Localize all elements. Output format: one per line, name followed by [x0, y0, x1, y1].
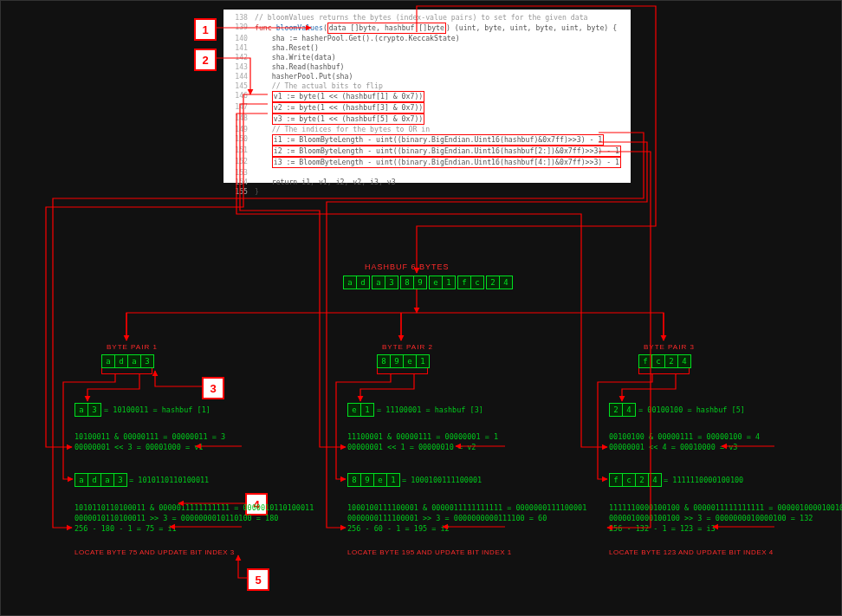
- callout-3: 3: [202, 377, 224, 399]
- i2-box: i2 := BloomByteLength - uint((binary.Big…: [272, 146, 621, 157]
- col1-vcalc: 10100011 & 00000111 = 00000011 = 3 00000…: [74, 431, 225, 452]
- col3-full: fc24: [609, 473, 662, 487]
- hex-cell: 2: [486, 276, 500, 289]
- col3-full-eq: = 1111110000100100: [659, 475, 743, 485]
- i3-box: i3 := BloomByteLength - uint((binary.Big…: [272, 157, 621, 168]
- col2-full-eq: = 1000100111100001: [398, 475, 482, 485]
- hex-cell: c: [622, 473, 636, 487]
- v2-box: v2 := byte(1 << (hashbuf[3] & 0x7)): [272, 102, 425, 113]
- col1-brace: [101, 368, 152, 374]
- col1-full: ada3: [74, 473, 127, 487]
- hex-cell: 2: [664, 354, 678, 368]
- hex-cell: 4: [677, 354, 691, 368]
- col2-single-eq: = 11100001 = hashbuf [3]: [372, 405, 483, 415]
- col3-vcalc: 00100100 & 00000111 = 00000100 = 4 00000…: [609, 431, 760, 452]
- hex-cell: 9: [413, 276, 427, 289]
- hex-cell: 2: [609, 403, 623, 417]
- hex-cell: c: [651, 354, 665, 368]
- hex-cell: 1: [442, 276, 456, 289]
- hex-cell: d: [356, 276, 370, 289]
- code-comment: // bloomValues returns the bytes (index-…: [255, 13, 631, 23]
- callout-1: 1: [194, 18, 217, 41]
- hex-cell: e: [373, 473, 387, 487]
- hex-cell: a: [101, 354, 115, 368]
- hex-cell: c: [470, 276, 484, 289]
- hex-cell: f: [457, 276, 471, 289]
- col2-pair: 89e1: [377, 354, 430, 368]
- col1-single: a3: [74, 403, 101, 417]
- lineno: 138: [223, 13, 255, 23]
- i1-box: i1 := BloomByteLength - uint((binary.Big…: [272, 134, 605, 146]
- hex-cell: 8: [347, 473, 361, 487]
- hex-cell: d: [114, 354, 128, 368]
- param-highlight: data []byte, hashbuf []byte: [327, 23, 446, 34]
- hex-cell: 3: [385, 276, 398, 289]
- hex-cell: 8: [377, 354, 391, 368]
- col2-vcalc: 11100001 & 00000111 = 00000001 = 1 00000…: [347, 431, 498, 452]
- code-panel: 138// bloomValues returns the bytes (ind…: [223, 10, 631, 183]
- col3-head: BYTE PAIR 3: [644, 343, 695, 351]
- v1-box: v1 := byte(1 << (hashbuf[1] & 0x7)): [272, 91, 425, 102]
- col2-icalc: 1000100111100001 & 0000011111111111 = 00…: [347, 503, 586, 534]
- hex-cell: 9: [390, 354, 404, 368]
- hex-cell: 1: [416, 354, 430, 368]
- hex-cell: f: [609, 473, 623, 487]
- hex-cell: e: [347, 403, 361, 417]
- hex-cell: f: [638, 354, 652, 368]
- col3-icalc: 1111110000100100 & 0000011111111111 = 00…: [609, 503, 842, 534]
- hex-cell: 8: [400, 276, 414, 289]
- hex-cell: 2: [635, 473, 649, 487]
- col2-result: LOCATE BYTE 195 AND UPDATE BIT INDEX 1: [347, 548, 512, 556]
- col1-head: BYTE PAIR 1: [107, 343, 158, 351]
- col2-brace: [377, 368, 428, 374]
- hex-cell: 4: [499, 276, 513, 289]
- hex-cell: 9: [360, 473, 374, 487]
- callout-5: 5: [247, 568, 269, 591]
- col3-single-eq: = 00100100 = hashbuf [5]: [634, 405, 745, 415]
- col2-single: e1: [347, 403, 374, 417]
- hex-cell: d: [87, 473, 101, 487]
- hashbuf-strip: ada389e1fc24: [343, 276, 513, 289]
- hex-cell: a: [343, 276, 357, 289]
- hex-cell: 3: [140, 354, 154, 368]
- hex-cell: a: [372, 276, 385, 289]
- col3-pair: fc24: [638, 354, 691, 368]
- col3-brace: [638, 368, 690, 374]
- hex-cell: a: [74, 473, 88, 487]
- col1-result: LOCATE BYTE 75 AND UPDATE BIT INDEX 3: [74, 548, 235, 556]
- hashbuf-label: HASHBUF 6 BYTES: [365, 263, 450, 271]
- col2-full: 89e1: [347, 473, 400, 487]
- hex-cell: e: [403, 354, 417, 368]
- hex-cell: a: [127, 354, 141, 368]
- hex-cell: a: [74, 403, 88, 417]
- diagram-stage: 138// bloomValues returns the bytes (ind…: [0, 0, 842, 616]
- col2-head: BYTE PAIR 2: [382, 343, 433, 351]
- col1-single-eq: = 10100011 = hashbuf [1]: [100, 405, 210, 415]
- col3-result: LOCATE BYTE 123 AND UPDATE BIT INDEX 4: [609, 548, 774, 556]
- col3-single: 24: [609, 403, 636, 417]
- col1-icalc: 1010110110100011 & 0000011111111111 = 00…: [74, 503, 314, 534]
- callout-2: 2: [194, 49, 217, 71]
- v3-box: v3 := byte(1 << (hashbuf[5] & 0x7)): [272, 113, 425, 125]
- hex-cell: a: [100, 473, 114, 487]
- col1-pair: ada3: [101, 354, 154, 368]
- col1-full-eq: = 1010110110100011: [125, 475, 209, 485]
- hex-cell: e: [429, 276, 443, 289]
